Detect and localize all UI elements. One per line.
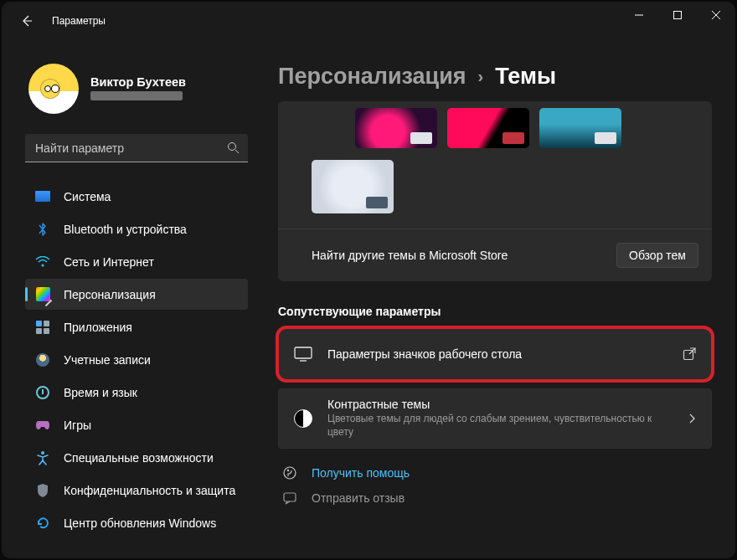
- nav-apps[interactable]: Приложения: [25, 311, 248, 342]
- svg-point-7: [287, 470, 289, 471]
- window-controls: [620, 2, 735, 35]
- contrast-themes-row[interactable]: Контрастные темы Цветовые темы для людей…: [278, 388, 712, 449]
- nav-personalization[interactable]: Персонализация: [25, 279, 248, 310]
- link-text: Получить помощь: [312, 466, 410, 480]
- theme-thumbnail[interactable]: [447, 108, 529, 148]
- store-row: Найти другие темы в Microsoft Store Обзо…: [278, 229, 712, 268]
- svg-rect-4: [295, 347, 312, 358]
- help-links: Получить помощь Отправить отзыв: [278, 465, 712, 506]
- minimize-button[interactable]: [620, 2, 658, 28]
- breadcrumb-parent[interactable]: Персонализация: [278, 64, 466, 90]
- accessibility-icon: [35, 450, 50, 465]
- theme-thumbnail[interactable]: [355, 108, 437, 148]
- nav-system[interactable]: Система: [25, 181, 248, 212]
- wifi-icon: [35, 254, 50, 270]
- profile-name: Виктор Бухтеев: [90, 75, 186, 89]
- search-box[interactable]: [25, 134, 248, 162]
- update-icon: [35, 516, 50, 531]
- clock-icon: [35, 385, 50, 400]
- minimize-icon: [635, 11, 643, 19]
- profile-texts: Виктор Бухтеев: [90, 75, 186, 103]
- feedback-icon: [281, 491, 298, 506]
- nav-label: Специальные возможности: [64, 451, 214, 465]
- nav-windows-update[interactable]: Центр обновления Windows: [25, 507, 248, 538]
- chevron-right-icon: ›: [478, 67, 484, 86]
- chevron-right-icon: [688, 413, 696, 424]
- sidebar: Виктор Бухтеев Система: [2, 40, 258, 558]
- themes-card: Найти другие темы в Microsoft Store Обзо…: [278, 101, 712, 281]
- breadcrumb-current: Темы: [495, 64, 556, 90]
- get-help-link[interactable]: Получить помощь: [281, 465, 712, 480]
- nav-network[interactable]: Сеть и Интернет: [25, 246, 248, 277]
- desktop-icon-settings-row[interactable]: Параметры значков рабочего стола: [278, 328, 712, 380]
- svg-rect-8: [284, 493, 296, 501]
- close-button[interactable]: [697, 2, 735, 28]
- avatar: [28, 64, 79, 114]
- privacy-icon: [35, 483, 50, 498]
- content-area: Персонализация › Темы Найти другие темы …: [258, 40, 735, 558]
- row-title: Контрастные темы: [327, 398, 673, 411]
- settings-window: Параметры Виктор Бухтеев: [2, 2, 735, 558]
- maximize-button[interactable]: [658, 2, 697, 28]
- nav-label: Сеть и Интернет: [64, 255, 154, 269]
- search-icon: [227, 141, 240, 154]
- titlebar: Параметры: [2, 2, 735, 40]
- nav-privacy[interactable]: Конфиденциальность и защита: [25, 475, 248, 506]
- help-icon: [281, 465, 298, 480]
- profile-block[interactable]: Виктор Бухтеев: [25, 40, 248, 134]
- monitor-icon: [294, 347, 312, 362]
- contrast-icon: [294, 409, 312, 428]
- feedback-link[interactable]: Отправить отзыв: [281, 491, 712, 506]
- open-external-icon: [683, 347, 696, 361]
- svg-point-3: [41, 451, 44, 455]
- nav-label: Учетные записи: [64, 353, 151, 367]
- store-text: Найти другие темы в Microsoft Store: [312, 249, 508, 262]
- bluetooth-icon: [35, 222, 50, 237]
- search-input[interactable]: [35, 141, 227, 155]
- theme-thumbnail[interactable]: [539, 108, 621, 148]
- arrow-left-icon: [20, 14, 34, 28]
- nav-label: Время и язык: [64, 386, 137, 399]
- nav-gaming[interactable]: Игры: [25, 409, 248, 440]
- system-icon: [35, 189, 50, 204]
- browse-themes-button[interactable]: Обзор тем: [616, 243, 698, 268]
- nav-label: Bluetooth и устройства: [64, 223, 187, 236]
- nav-label: Персонализация: [64, 288, 156, 301]
- related-settings-heading: Сопутствующие параметры: [278, 305, 712, 318]
- nav-label: Система: [64, 190, 111, 203]
- nav-label: Центр обновления Windows: [64, 516, 216, 530]
- nav-label: Конфиденциальность и защита: [64, 484, 235, 497]
- apps-icon: [35, 320, 50, 335]
- back-button[interactable]: [15, 9, 39, 33]
- gaming-icon: [35, 418, 50, 433]
- theme-thumbnails-row1: [278, 101, 712, 152]
- svg-point-1: [229, 143, 236, 151]
- link-text: Отправить отзыв: [312, 491, 405, 505]
- personalization-icon: [35, 287, 50, 302]
- nav-time-language[interactable]: Время и язык: [25, 377, 248, 408]
- accounts-icon: [35, 352, 50, 367]
- nav-list: Система Bluetooth и устройства Сеть и Ин…: [25, 181, 248, 538]
- row-subtitle: Цветовые темы для людей со слабым зрение…: [327, 413, 673, 439]
- breadcrumb: Персонализация › Темы: [278, 64, 712, 90]
- svg-point-2: [41, 264, 44, 266]
- row-title: Параметры значков рабочего стола: [327, 347, 667, 361]
- nav-accessibility[interactable]: Специальные возможности: [25, 442, 248, 473]
- nav-bluetooth[interactable]: Bluetooth и устройства: [25, 213, 248, 244]
- theme-thumbnails-row2: [278, 152, 712, 229]
- maximize-icon: [673, 11, 682, 19]
- window-title: Параметры: [52, 15, 106, 27]
- nav-label: Игры: [64, 419, 91, 432]
- theme-thumbnail[interactable]: [312, 160, 394, 213]
- close-icon: [712, 11, 720, 19]
- nav-accounts[interactable]: Учетные записи: [25, 344, 248, 375]
- svg-rect-0: [674, 12, 682, 19]
- nav-label: Приложения: [64, 321, 132, 334]
- profile-email-redacted: [90, 91, 183, 100]
